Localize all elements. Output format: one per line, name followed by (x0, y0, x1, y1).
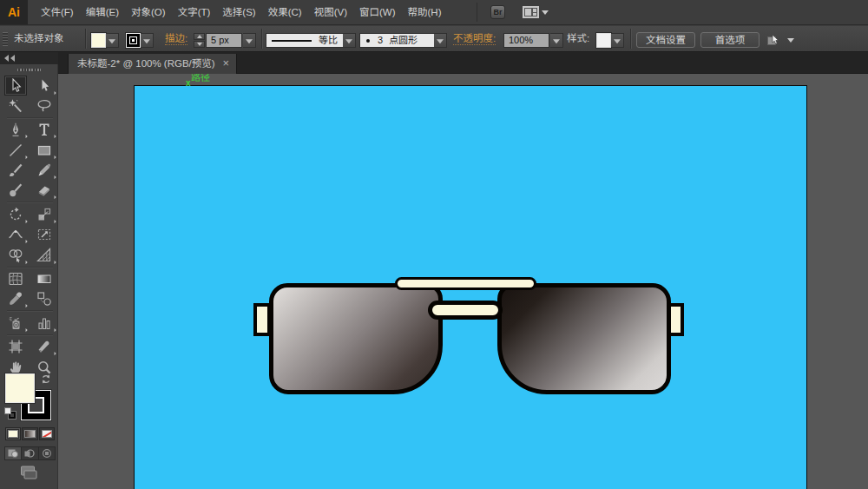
sunglasses-left-temple-stub[interactable] (253, 303, 271, 336)
fill-color-swatch[interactable] (91, 33, 106, 48)
style-label: 样式: (567, 26, 589, 51)
scale-tool-icon (36, 207, 52, 222)
select-similar-dropdown[interactable] (787, 38, 794, 43)
stroke-weight-label[interactable]: 描边: (165, 26, 187, 51)
document-setup-button[interactable]: 文档设置 (636, 32, 695, 48)
perspective-grid-tool[interactable] (33, 245, 56, 265)
stroke-color-control (126, 33, 154, 48)
shape-builder-tool[interactable] (4, 245, 27, 265)
collapse-panel-icon[interactable]: ◀◀ (4, 55, 16, 62)
line-segment-tool[interactable] (4, 140, 27, 160)
document-tab[interactable]: 未标题-2* @ 100% (RGB/预览) × (68, 54, 237, 74)
menu-item-2[interactable]: 编辑(E) (80, 0, 125, 24)
opacity-dropdown[interactable] (550, 33, 563, 48)
tool-row (2, 120, 58, 140)
eraser-tool-icon (36, 182, 52, 198)
tool-row (2, 181, 58, 201)
stepper-down-button[interactable] (194, 41, 205, 48)
opacity-label[interactable]: 不透明度: (453, 26, 496, 51)
swap-fill-stroke-icon[interactable] (41, 374, 51, 384)
brush-dropdown[interactable] (434, 33, 447, 48)
line-segment-tool-icon (8, 142, 23, 158)
artboard-tool[interactable] (4, 337, 27, 357)
gradient-tool[interactable] (33, 269, 56, 289)
select-similar-button[interactable] (767, 34, 782, 47)
tool-row (2, 96, 58, 116)
rectangle-tool[interactable] (33, 140, 56, 160)
draw-behind-button[interactable] (22, 446, 38, 460)
menu-item-1[interactable]: 文件(F) (35, 0, 80, 24)
stroke-color-swatch[interactable] (126, 33, 141, 48)
preferences-button[interactable]: 首选项 (700, 32, 760, 48)
fill-color-dropdown[interactable] (106, 33, 119, 48)
magic-wand-tool[interactable] (4, 96, 27, 116)
pen-tool[interactable] (4, 120, 27, 140)
tool-row (2, 289, 58, 309)
bridge-button[interactable]: Br (490, 5, 505, 19)
sunglasses-top-bar[interactable] (395, 277, 536, 291)
zoom-tool-icon (36, 360, 52, 375)
tool-grid (2, 76, 58, 377)
pencil-tool[interactable] (33, 161, 56, 181)
fill-with-gradient-button[interactable] (22, 427, 37, 440)
stroke-weight-field[interactable]: 5 px (206, 33, 242, 48)
brush-definition-field[interactable]: 3 点圆形 (359, 33, 435, 48)
eyedropper-tool[interactable] (4, 289, 27, 309)
artboard-background-rect[interactable]: 路径 x (134, 85, 807, 489)
stroke-weight-dropdown[interactable] (243, 33, 256, 48)
tool-separator (7, 117, 53, 119)
menu-item-4[interactable]: 文字(T) (172, 0, 217, 24)
menu-item-6[interactable]: 效果(C) (262, 0, 308, 24)
rotate-tool-icon (8, 207, 23, 222)
stroke-color-dropdown[interactable] (141, 33, 154, 48)
type-tool[interactable] (33, 120, 56, 140)
symbol-sprayer-tool[interactable] (4, 313, 27, 333)
slice-tool[interactable] (33, 337, 56, 357)
tools-panel-grip[interactable] (17, 69, 41, 71)
default-fill-stroke-icon[interactable] (4, 407, 16, 419)
screen-mode-button[interactable] (18, 466, 39, 480)
blend-tool[interactable] (33, 289, 56, 309)
fill-with-color-button[interactable] (5, 427, 21, 440)
fill-with-none-button[interactable] (39, 427, 55, 440)
eraser-tool[interactable] (33, 181, 56, 201)
scale-tool[interactable] (33, 204, 56, 224)
menu-item-7[interactable]: 视图(V) (308, 0, 353, 24)
control-bar: 未选择对象 描边: 5 px 等比 3 点圆形 不透明度: (0, 26, 868, 52)
mesh-tool[interactable] (4, 269, 27, 289)
draw-normal-button[interactable] (4, 446, 22, 460)
draw-inside-button[interactable] (39, 446, 56, 460)
rotate-tool[interactable] (4, 204, 27, 224)
stepper-up-button[interactable] (194, 33, 205, 40)
style-dropdown[interactable] (611, 33, 624, 48)
sunglasses-left-lens[interactable] (269, 283, 443, 394)
opacity-field[interactable]: 100% (503, 33, 549, 48)
menu-item-3[interactable]: 对象(O) (125, 0, 172, 24)
sunglasses-bridge[interactable] (428, 301, 503, 320)
divider (85, 29, 86, 49)
divider (630, 29, 631, 49)
profile-dropdown[interactable] (343, 33, 356, 48)
blob-brush-tool[interactable] (4, 181, 27, 201)
direct-selection-tool[interactable] (33, 76, 56, 96)
lasso-tool[interactable] (33, 96, 56, 116)
control-bar-grip[interactable] (3, 32, 8, 46)
workspace-switcher-button[interactable] (523, 6, 549, 19)
tool-row (2, 76, 58, 96)
paintbrush-tool[interactable] (4, 161, 27, 181)
width-tool[interactable] (4, 225, 27, 245)
variable-width-profile-field[interactable]: 等比 (266, 33, 344, 48)
free-transform-tool[interactable] (33, 225, 56, 245)
divider (261, 29, 262, 49)
sunglasses-right-lens[interactable] (497, 283, 671, 394)
menu-item-8[interactable]: 窗口(W) (353, 0, 402, 24)
selection-tool[interactable] (4, 76, 27, 96)
column-graph-tool[interactable] (33, 313, 56, 333)
style-swatch[interactable] (596, 33, 611, 48)
canvas-pasteboard[interactable]: 路径 x (58, 74, 868, 489)
tab-close-icon[interactable]: × (222, 54, 229, 73)
fill-swatch[interactable] (5, 373, 35, 403)
stroke-weight-stepper (194, 33, 205, 48)
menu-item-9[interactable]: 帮助(H) (402, 0, 448, 24)
menu-item-5[interactable]: 选择(S) (216, 0, 261, 24)
